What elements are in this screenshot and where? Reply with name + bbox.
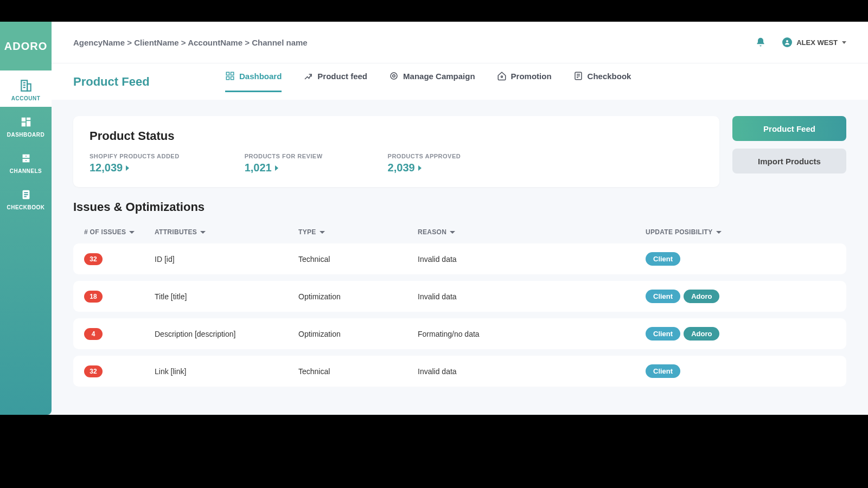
stat-approved[interactable]: PRODUCTS APPROVED 2,039 (388, 153, 461, 174)
sidebar-item-dashboard[interactable]: DASHBOARD (0, 107, 52, 143)
sidebar: ADORO ACCOUNT DASHBOARD CHANNELS CHECKBO… (0, 22, 52, 415)
checklist-icon (18, 187, 34, 202)
svg-point-24 (501, 76, 502, 78)
home-icon (497, 71, 507, 81)
table-row[interactable]: 32Link [link]TechnicalInvalid dataClient (73, 356, 846, 387)
svg-rect-18 (226, 72, 229, 75)
app-viewport: ADORO ACCOUNT DASHBOARD CHANNELS CHECKBO… (0, 22, 868, 415)
stat-label: SHOPIFY PRODUCTS ADDED (90, 153, 180, 159)
drawer-icon (18, 151, 34, 166)
cell-reason: Invalid data (418, 255, 646, 264)
svg-rect-20 (226, 77, 229, 80)
cell-update: ClientAdoro (646, 327, 835, 341)
chevron-down-icon (200, 231, 206, 234)
table-row[interactable]: 4Description [description]OptimizationFo… (73, 318, 846, 349)
tag-client[interactable]: Client (646, 252, 680, 266)
col-header-type[interactable]: TYPE (298, 228, 418, 236)
table-row[interactable]: 18Title [title]OptimizationInvalid dataC… (73, 281, 846, 312)
svg-rect-7 (26, 121, 30, 126)
svg-rect-15 (24, 194, 28, 195)
tab-manage-campaign[interactable]: Manage Campaign (389, 71, 475, 92)
col-header-count[interactable]: # OF ISSUES (84, 228, 155, 236)
stats: SHOPIFY PRODUCTS ADDED 12,039 PRODUCTS F… (90, 153, 703, 174)
tag-client[interactable]: Client (646, 327, 680, 341)
stat-value: 12,039 (90, 162, 123, 174)
tag-adoro[interactable]: Adoro (684, 290, 719, 303)
tab-dashboard[interactable]: Dashboard (225, 71, 282, 92)
tag-client[interactable]: Client (646, 364, 680, 378)
svg-point-17 (786, 40, 788, 42)
sidebar-item-account[interactable]: ACCOUNT (0, 70, 52, 107)
stat-value: 2,039 (388, 162, 415, 174)
subheader: Product Feed Dashboard Product feed Mana… (52, 63, 868, 100)
issues-body: 32ID [id]TechnicalInvalid dataClient18Ti… (73, 243, 846, 387)
issue-count-badge: 18 (84, 291, 103, 303)
chevron-down-icon (450, 231, 455, 234)
cell-type: Technical (298, 255, 418, 264)
cell-reason: Invalid data (418, 367, 646, 376)
sidebar-item-label: ACCOUNT (11, 95, 41, 101)
cell-attribute: ID [id] (155, 255, 298, 264)
tag-adoro[interactable]: Adoro (684, 327, 719, 341)
svg-point-12 (25, 160, 27, 161)
svg-rect-1 (27, 84, 30, 91)
status-title: Product Status (90, 129, 703, 143)
side-actions: Product Feed Import Products (732, 116, 846, 174)
cell-update: ClientAdoro (646, 290, 835, 303)
svg-point-23 (393, 75, 395, 78)
cell-update: Client (646, 364, 835, 378)
cell-attribute: Description [description] (155, 330, 298, 338)
col-header-attributes[interactable]: ATTRIBUTES (155, 228, 298, 236)
page-title: Product Feed (73, 75, 225, 89)
sidebar-item-label: DASHBOARD (7, 132, 45, 138)
cell-type: Technical (298, 367, 418, 376)
chevron-down-icon (716, 231, 722, 234)
stat-label: PRODUCTS APPROVED (388, 153, 461, 159)
table-row[interactable]: 32ID [id]TechnicalInvalid dataClient (73, 243, 846, 274)
sidebar-item-checkbook[interactable]: CHECKBOOK (0, 179, 52, 216)
stat-value: 1,021 (245, 162, 272, 174)
main: AgencyName > ClientName > AccountName > … (52, 22, 868, 415)
cell-attribute: Link [link] (155, 367, 298, 376)
chevron-down-icon (320, 231, 325, 234)
chevron-right-icon (418, 165, 422, 171)
chevron-right-icon (275, 165, 278, 171)
content: Product Status SHOPIFY PRODUCTS ADDED 12… (52, 100, 868, 409)
tab-checkbook[interactable]: Checkbook (573, 71, 631, 92)
stat-for-review[interactable]: PRODUCTS FOR REVIEW 1,021 (245, 153, 323, 174)
caret-down-icon (842, 41, 846, 44)
avatar-icon (782, 37, 792, 47)
stat-shopify-added[interactable]: SHOPIFY PRODUCTS ADDED 12,039 (90, 153, 180, 174)
issue-count-badge: 32 (84, 365, 103, 377)
product-status-card: Product Status SHOPIFY PRODUCTS ADDED 12… (73, 116, 719, 187)
tab-label: Dashboard (239, 72, 282, 81)
tab-promotion[interactable]: Promotion (497, 71, 552, 92)
user-menu[interactable]: ALEX WEST (782, 37, 846, 47)
dashboard-icon (225, 71, 235, 81)
feed-icon (303, 71, 313, 81)
import-products-button[interactable]: Import Products (732, 149, 846, 174)
product-feed-button[interactable]: Product Feed (732, 116, 846, 141)
tab-label: Checkbook (588, 72, 631, 81)
sidebar-item-channels[interactable]: CHANNELS (0, 143, 52, 179)
status-row: Product Status SHOPIFY PRODUCTS ADDED 12… (73, 116, 846, 187)
col-header-reason[interactable]: REASON (418, 228, 646, 236)
target-icon (389, 71, 399, 81)
checkbook-icon (573, 71, 583, 81)
svg-rect-6 (26, 118, 30, 120)
breadcrumb[interactable]: AgencyName > ClientName > AccountName > … (73, 38, 308, 47)
svg-rect-8 (21, 123, 25, 126)
cell-reason: Invalid data (418, 292, 646, 301)
sidebar-item-label: CHECKBOOK (7, 204, 44, 210)
col-header-update[interactable]: UPDATE POSIBILITY (646, 228, 835, 236)
tab-label: Product feed (317, 72, 367, 81)
svg-rect-5 (21, 118, 25, 121)
tag-client[interactable]: Client (646, 290, 680, 303)
cell-attribute: Title [title] (155, 292, 298, 301)
bell-icon[interactable] (755, 37, 766, 48)
letterbox-bottom (0, 415, 868, 488)
svg-rect-14 (24, 192, 28, 193)
topbar: AgencyName > ClientName > AccountName > … (52, 22, 868, 63)
tab-product-feed[interactable]: Product feed (303, 71, 367, 92)
chevron-down-icon (129, 231, 135, 234)
